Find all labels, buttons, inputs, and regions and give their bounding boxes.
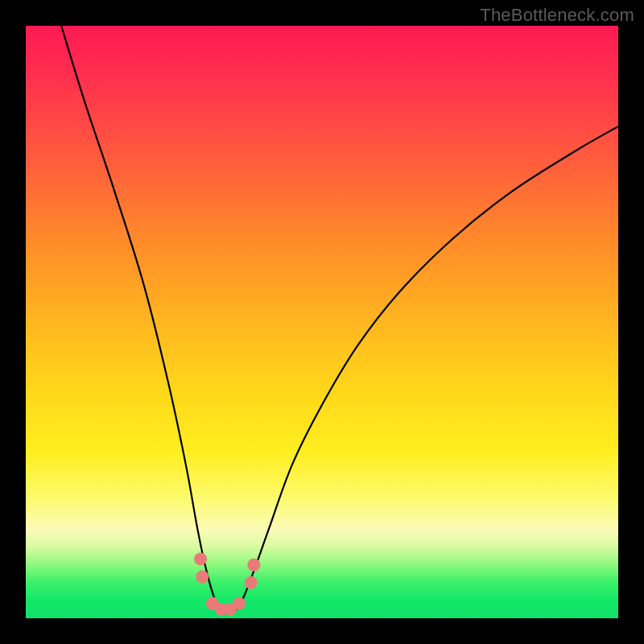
chart-frame: TheBottleneck.com	[0, 0, 644, 644]
chart-svg	[26, 26, 618, 618]
plot-area	[26, 26, 618, 618]
curve-marker	[245, 576, 258, 589]
curve-marker	[247, 559, 260, 572]
curve-marker	[196, 570, 208, 583]
watermark-text: TheBottleneck.com	[480, 5, 634, 26]
curve-marker	[194, 552, 207, 565]
bottleneck-markers	[194, 552, 260, 616]
curve-marker	[233, 597, 246, 610]
bottleneck-curve-line	[61, 26, 618, 614]
